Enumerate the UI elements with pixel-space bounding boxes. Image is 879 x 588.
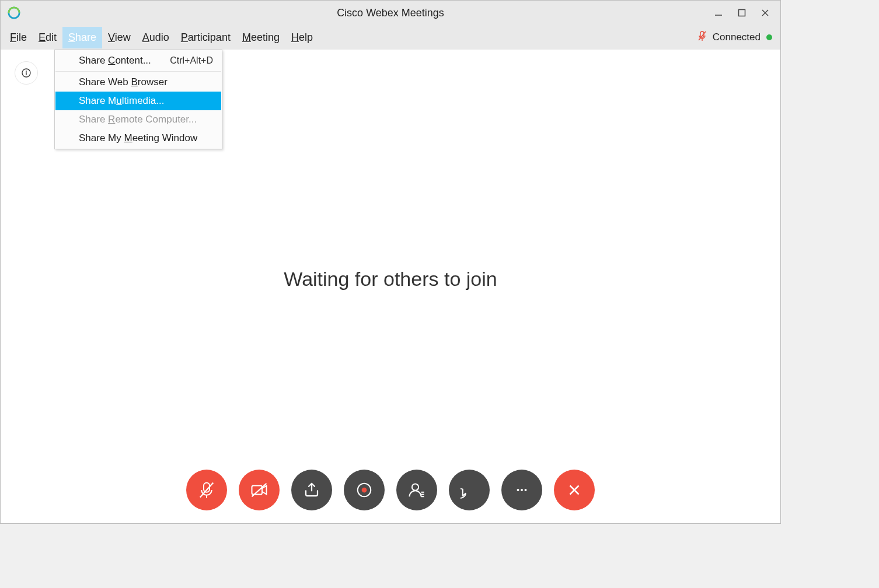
share-icon xyxy=(303,481,320,499)
menu-share[interactable]: Share xyxy=(62,27,102,48)
menu-view-rest: iew xyxy=(115,32,131,43)
maximize-button[interactable] xyxy=(730,1,754,25)
status-dot-icon xyxy=(766,34,772,40)
window-controls xyxy=(707,1,777,25)
leave-button[interactable] xyxy=(554,470,595,510)
menu-meeting-rest: eeting xyxy=(251,32,280,43)
svg-point-23 xyxy=(517,489,519,491)
svg-point-10 xyxy=(26,71,27,72)
menu-participant[interactable]: Participant xyxy=(175,27,236,48)
menu-file[interactable]: File xyxy=(4,27,33,48)
mic-muted-icon xyxy=(697,31,707,44)
menu-bar: File Edit Share View Audio Participant M… xyxy=(1,25,780,50)
share-multimedia-label: Share Multimedia... xyxy=(79,95,164,107)
mute-button[interactable] xyxy=(186,470,227,510)
waiting-message: Waiting for others to join xyxy=(1,268,780,290)
more-icon xyxy=(514,482,529,498)
share-window-label: Share My Meeting Window xyxy=(79,132,197,144)
menu-edit-rest: dit xyxy=(46,32,57,43)
menu-audio-rest: udio xyxy=(149,32,169,43)
app-window: Cisco Webex Meetings File Edit Share Vie… xyxy=(0,0,781,524)
chat-icon xyxy=(461,481,478,499)
minimize-button[interactable] xyxy=(707,1,730,25)
menu-help-rest: elp xyxy=(299,32,313,43)
svg-point-18 xyxy=(362,488,367,493)
share-dropdown: Share Content... Ctrl+Alt+D Share Web Br… xyxy=(54,50,222,149)
participants-icon xyxy=(408,481,425,499)
participants-button[interactable] xyxy=(396,470,437,510)
info-icon xyxy=(22,68,31,78)
share-browser-item[interactable]: Share Web Browser xyxy=(55,73,221,92)
share-browser-label: Share Web Browser xyxy=(79,76,168,88)
share-remote-item: Share Remote Computer... xyxy=(55,110,221,129)
close-button[interactable] xyxy=(754,1,777,25)
share-content-item[interactable]: Share Content... Ctrl+Alt+D xyxy=(55,51,221,72)
record-button[interactable] xyxy=(344,470,385,510)
menu-share-rest: hare xyxy=(75,32,96,43)
menu-view[interactable]: View xyxy=(102,27,137,48)
connection-status-label: Connected xyxy=(713,32,761,43)
menu-meeting[interactable]: Meeting xyxy=(236,27,285,48)
share-content-label: Share Content... xyxy=(79,55,151,66)
share-button[interactable] xyxy=(291,470,332,510)
svg-point-19 xyxy=(412,484,418,490)
more-options-button[interactable] xyxy=(501,470,542,510)
share-window-item[interactable]: Share My Meeting Window xyxy=(55,129,221,148)
menu-participant-rest: articipant xyxy=(188,32,231,43)
menu-audio[interactable]: Audio xyxy=(137,27,175,48)
share-multimedia-item[interactable]: Share Multimedia... xyxy=(55,92,221,110)
camera-off-icon xyxy=(250,481,268,499)
meeting-info-button[interactable] xyxy=(15,61,38,85)
chat-button[interactable] xyxy=(449,470,490,510)
window-title: Cisco Webex Meetings xyxy=(1,7,780,19)
video-button[interactable] xyxy=(239,470,280,510)
close-x-icon xyxy=(566,481,583,499)
record-icon xyxy=(355,481,373,499)
menu-help[interactable]: Help xyxy=(285,27,319,48)
control-dock xyxy=(1,470,780,510)
svg-rect-15 xyxy=(252,486,263,495)
connection-status: Connected xyxy=(697,31,772,44)
webex-logo-icon xyxy=(8,6,20,19)
mic-off-icon xyxy=(198,481,215,499)
share-remote-label: Share Remote Computer... xyxy=(79,114,197,125)
menu-edit[interactable]: Edit xyxy=(33,27,62,48)
svg-rect-3 xyxy=(739,10,745,16)
menu-file-rest: ile xyxy=(16,32,27,43)
svg-point-25 xyxy=(525,489,527,491)
svg-point-24 xyxy=(521,489,523,491)
share-content-shortcut: Ctrl+Alt+D xyxy=(170,55,213,66)
title-bar: Cisco Webex Meetings xyxy=(1,1,780,25)
